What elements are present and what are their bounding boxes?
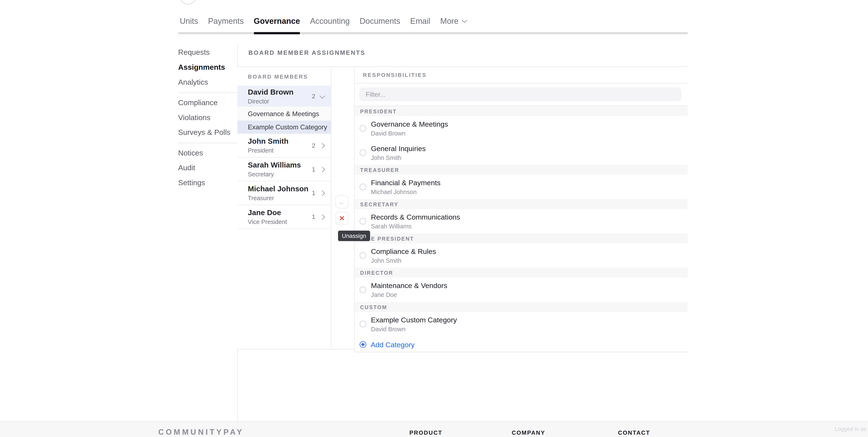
member-role: Director <box>248 98 293 104</box>
member-row-michael-johnson[interactable]: Michael JohnsonTreasurer1 <box>237 181 331 205</box>
member-name: David Brown <box>248 88 293 97</box>
tab-units[interactable]: Units <box>180 17 198 26</box>
section-header-custom: CUSTOM <box>354 302 688 312</box>
responsibility-general-inquiries[interactable]: General InquiriesJohn Smith <box>354 141 688 165</box>
chevron-right-icon <box>319 214 325 220</box>
member-category-example-custom-category[interactable]: Example Custom Category <box>237 121 331 134</box>
tab-governance[interactable]: Governance <box>254 17 300 26</box>
tab-more[interactable]: More <box>440 17 466 26</box>
responsibility-title: Example Custom Category <box>371 316 457 325</box>
responsibility-text: Compliance & RulesJohn Smith <box>371 247 436 263</box>
sidebar-item-settings[interactable]: Settings <box>178 175 237 190</box>
member-category-count: 1 <box>312 190 315 196</box>
filter-input[interactable] <box>359 88 681 101</box>
section-header-treasurer: TREASURER <box>354 165 688 175</box>
tab-label: Units <box>180 17 198 26</box>
add-category-button[interactable]: Add Category <box>354 336 688 353</box>
footer-column-company: COMPANY <box>512 429 545 436</box>
member-info: Michael JohnsonTreasurer <box>248 185 308 201</box>
member-category-governance-meetings[interactable]: Governance & Meetings <box>237 107 331 121</box>
sidebar-item-audit[interactable]: Audit <box>178 160 237 175</box>
member-name: Jane Doe <box>248 209 287 218</box>
radio-unchecked-icon[interactable] <box>360 149 366 156</box>
member-role: Vice President <box>248 218 287 225</box>
section-header-vice-president: VICE PRESIDENT <box>354 233 688 243</box>
member-category-count: 2 <box>312 142 315 149</box>
transfer-controls: ← ✕ <box>331 66 354 349</box>
responsibility-title: Records & Communications <box>371 213 460 222</box>
filter-wrap <box>354 84 688 106</box>
responsibility-governance-meetings[interactable]: Governance & MeetingsDavid Brown <box>354 116 688 140</box>
member-category-count: 1 <box>312 213 315 220</box>
member-row-sarah-williams[interactable]: Sarah WilliamsSecretary1 <box>237 158 331 181</box>
member-info: Jane DoeVice President <box>248 209 287 225</box>
member-meta: 1 <box>312 213 324 220</box>
responsibility-example-custom-category[interactable]: Example Custom CategoryDavid Brown <box>354 312 688 336</box>
section-header-director: DIRECTOR <box>354 268 688 278</box>
tab-payments[interactable]: Payments <box>208 17 244 26</box>
responsibility-maintenance-vendors[interactable]: Maintenance & VendorsJane Doe <box>354 278 688 302</box>
member-row-david-brown[interactable]: David BrownDirector2 <box>237 86 331 107</box>
tab-label: Payments <box>208 17 244 26</box>
board-members-list: David BrownDirector2Governance & Meeting… <box>237 86 331 229</box>
section-header-secretary: SECRETARY <box>354 199 688 209</box>
responsibility-text: Financial & PaymentsMichael Johnson <box>371 179 440 195</box>
member-category-count: 2 <box>312 93 315 99</box>
assign-button[interactable]: ← <box>335 195 349 208</box>
responsibility-records-communications[interactable]: Records & CommunicationsSarah Williams <box>354 209 688 233</box>
radio-unchecked-icon[interactable] <box>360 184 366 190</box>
member-info: John SmithPresident <box>248 137 288 154</box>
sidebar-item-assignments[interactable]: Assignments <box>178 60 237 74</box>
footer-brand: COMMUNITYPAY <box>158 428 244 436</box>
sidebar-group-divider <box>178 143 237 143</box>
member-meta: 1 <box>312 190 324 196</box>
responsibility-assignee: David Brown <box>371 325 457 332</box>
responsibility-assignee: Michael Johnson <box>371 188 440 195</box>
sidebar-item-compliance[interactable]: Compliance <box>178 95 237 110</box>
section-header-president: PRESIDENT <box>354 106 688 116</box>
sidebar-item-requests[interactable]: Requests <box>178 45 237 60</box>
responsibilities-header: RESPONSIBILITIES <box>354 67 688 84</box>
radio-unchecked-icon[interactable] <box>360 252 366 258</box>
tab-label: Email <box>410 17 430 26</box>
sidebar-item-analytics[interactable]: Analytics <box>178 74 237 90</box>
radio-unchecked-icon[interactable] <box>360 125 366 131</box>
board-members-panel: BOARD MEMBERS David BrownDirector2Govern… <box>237 66 331 349</box>
responsibility-assignee: John Smith <box>371 257 436 263</box>
responsibility-text: General InquiriesJohn Smith <box>371 145 426 161</box>
responsibility-title: Governance & Meetings <box>371 120 448 129</box>
x-icon: ✕ <box>339 215 345 222</box>
member-role: Treasurer <box>248 194 308 201</box>
member-name: Michael Johnson <box>248 185 308 194</box>
tab-email[interactable]: Email <box>410 17 430 26</box>
tab-label: More <box>440 17 459 26</box>
responsibility-text: Example Custom CategoryDavid Brown <box>371 316 457 332</box>
radio-unchecked-icon[interactable] <box>360 218 366 224</box>
responsibility-assignee: David Brown <box>371 130 448 136</box>
member-row-john-smith[interactable]: John SmithPresident2 <box>237 134 331 158</box>
sidebar-item-notices[interactable]: Notices <box>178 145 237 160</box>
sidebar-item-surveys-polls[interactable]: Surveys & Polls <box>178 125 237 140</box>
member-category-count: 1 <box>312 166 315 173</box>
radio-unchecked-icon[interactable] <box>360 321 366 327</box>
avatar[interactable] <box>179 0 197 4</box>
responsibility-text: Records & CommunicationsSarah Williams <box>371 213 460 229</box>
tab-label: Documents <box>360 17 400 26</box>
member-row-jane-doe[interactable]: Jane DoeVice President1 <box>237 205 331 229</box>
responsibility-compliance-rules[interactable]: Compliance & RulesJohn Smith <box>354 243 688 268</box>
unassign-button[interactable]: ✕ <box>335 212 349 225</box>
radio-unchecked-icon[interactable] <box>360 286 366 293</box>
tab-accounting[interactable]: Accounting <box>310 17 350 26</box>
footer-column-product: PRODUCT <box>409 429 442 436</box>
app-viewport: UnitsPaymentsGovernanceAccountingDocumen… <box>0 0 868 437</box>
member-info: Sarah WilliamsSecretary <box>248 161 301 178</box>
responsibilities-panel: RESPONSIBILITIES PRESIDENTGovernance & M… <box>354 66 688 352</box>
member-meta: 2 <box>312 93 324 99</box>
board-members-header: BOARD MEMBERS <box>237 67 331 86</box>
responsibilities-list: PRESIDENTGovernance & MeetingsDavid Brow… <box>354 106 688 336</box>
tab-label: Accounting <box>310 17 350 26</box>
responsibility-text: Governance & MeetingsDavid Brown <box>371 120 448 136</box>
sidebar-item-violations[interactable]: Violations <box>178 110 237 125</box>
tab-documents[interactable]: Documents <box>360 17 400 26</box>
responsibility-financial-payments[interactable]: Financial & PaymentsMichael Johnson <box>354 175 688 199</box>
